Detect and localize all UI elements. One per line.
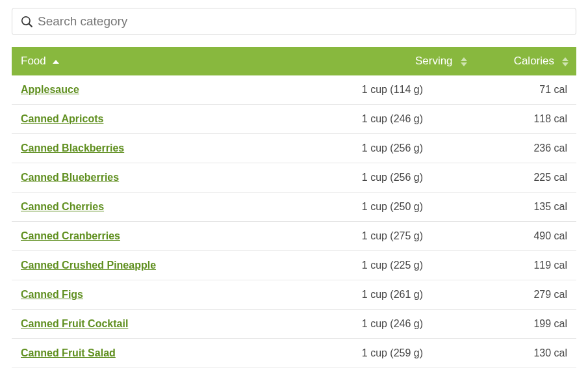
cell-serving: 1 cup (256 g) xyxy=(362,134,475,163)
cell-serving: 1 cup (246 g) xyxy=(362,310,475,339)
cell-food: Canned Apricots xyxy=(12,105,362,134)
table-row: Canned Fruit Cocktail1 cup (246 g)199 ca… xyxy=(12,310,576,339)
cell-serving: 1 cup (250 g) xyxy=(362,193,475,222)
cell-serving: 1 cup (114 g) xyxy=(362,75,475,105)
cell-serving: 1 cup (256 g) xyxy=(362,163,475,193)
food-link[interactable]: Canned Crushed Pineapple xyxy=(21,260,156,271)
cell-calories: 199 cal xyxy=(475,310,576,339)
food-link[interactable]: Canned Fruit Cocktail xyxy=(21,318,128,329)
cell-food: Applesauce xyxy=(12,75,362,105)
cell-serving: 1 cup (261 g) xyxy=(362,280,475,310)
sort-asc-icon xyxy=(53,60,59,64)
food-link[interactable]: Canned Cranberries xyxy=(21,230,120,241)
table-row: Canned Cherries1 cup (250 g)135 cal xyxy=(12,193,576,222)
food-link[interactable]: Canned Figs xyxy=(21,289,83,300)
food-table: Food Serving Calories xyxy=(12,47,576,368)
food-link[interactable]: Canned Fruit Salad xyxy=(21,347,116,358)
sort-icon xyxy=(461,57,467,66)
cell-calories: 279 cal xyxy=(475,280,576,310)
cell-food: Canned Fruit Cocktail xyxy=(12,310,362,339)
column-header-food[interactable]: Food xyxy=(12,47,362,75)
cell-calories: 135 cal xyxy=(475,193,576,222)
cell-food: Canned Blueberries xyxy=(12,163,362,193)
cell-serving: 1 cup (225 g) xyxy=(362,251,475,280)
cell-calories: 119 cal xyxy=(475,251,576,280)
column-header-calories[interactable]: Calories xyxy=(475,47,576,75)
food-link[interactable]: Canned Apricots xyxy=(21,113,103,124)
search-input[interactable] xyxy=(38,14,567,29)
table-row: Canned Blueberries1 cup (256 g)225 cal xyxy=(12,163,576,193)
cell-food: Canned Blackberries xyxy=(12,134,362,163)
cell-calories: 71 cal xyxy=(475,75,576,105)
food-link[interactable]: Canned Blackberries xyxy=(21,142,124,154)
cell-calories: 118 cal xyxy=(475,105,576,134)
table-row: Canned Blackberries1 cup (256 g)236 cal xyxy=(12,134,576,163)
search-icon xyxy=(21,16,32,27)
cell-food: Canned Cherries xyxy=(12,193,362,222)
cell-serving: 1 cup (246 g) xyxy=(362,105,475,134)
column-label: Serving xyxy=(415,55,453,67)
column-label: Food xyxy=(21,55,46,67)
column-label: Calories xyxy=(514,55,554,67)
search-box[interactable] xyxy=(12,8,576,35)
cell-calories: 130 cal xyxy=(475,339,576,368)
cell-calories: 490 cal xyxy=(475,222,576,251)
sort-icon xyxy=(562,57,569,66)
cell-food: Canned Figs xyxy=(12,280,362,310)
column-header-serving[interactable]: Serving xyxy=(362,47,475,75)
food-link[interactable]: Applesauce xyxy=(21,84,79,95)
table-row: Canned Fruit Salad1 cup (259 g)130 cal xyxy=(12,339,576,368)
cell-serving: 1 cup (259 g) xyxy=(362,339,475,368)
cell-food: Canned Cranberries xyxy=(12,222,362,251)
food-link[interactable]: Canned Blueberries xyxy=(21,172,119,183)
food-link[interactable]: Canned Cherries xyxy=(21,201,104,212)
table-row: Canned Crushed Pineapple1 cup (225 g)119… xyxy=(12,251,576,280)
cell-calories: 225 cal xyxy=(475,163,576,193)
cell-calories: 236 cal xyxy=(475,134,576,163)
cell-serving: 1 cup (275 g) xyxy=(362,222,475,251)
table-header-row: Food Serving Calories xyxy=(12,47,576,75)
table-row: Canned Figs1 cup (261 g)279 cal xyxy=(12,280,576,310)
cell-food: Canned Fruit Salad xyxy=(12,339,362,368)
table-row: Canned Apricots1 cup (246 g)118 cal xyxy=(12,105,576,134)
cell-food: Canned Crushed Pineapple xyxy=(12,251,362,280)
table-row: Applesauce1 cup (114 g)71 cal xyxy=(12,75,576,105)
table-row: Canned Cranberries1 cup (275 g)490 cal xyxy=(12,222,576,251)
